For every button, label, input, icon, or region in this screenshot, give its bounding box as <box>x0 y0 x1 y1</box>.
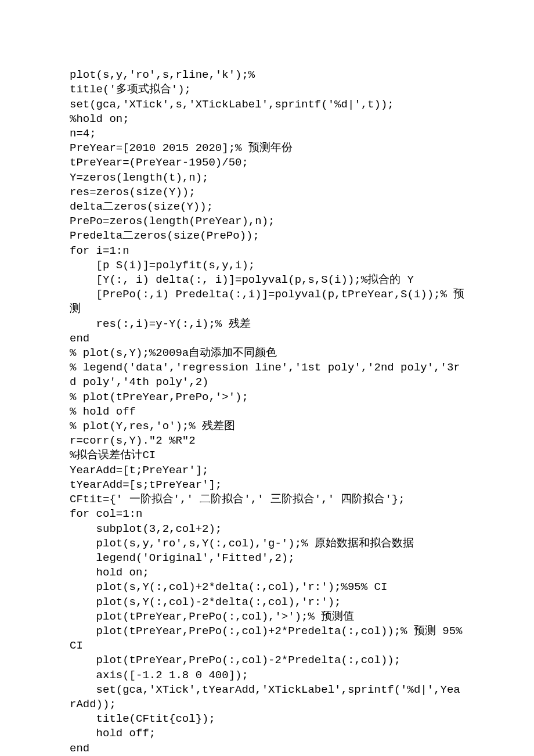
document-page: plot(s,y,'ro',s,rline,'k');% title('多项式拟… <box>0 0 534 756</box>
code-listing: plot(s,y,'ro',s,rline,'k');% title('多项式拟… <box>70 68 466 756</box>
